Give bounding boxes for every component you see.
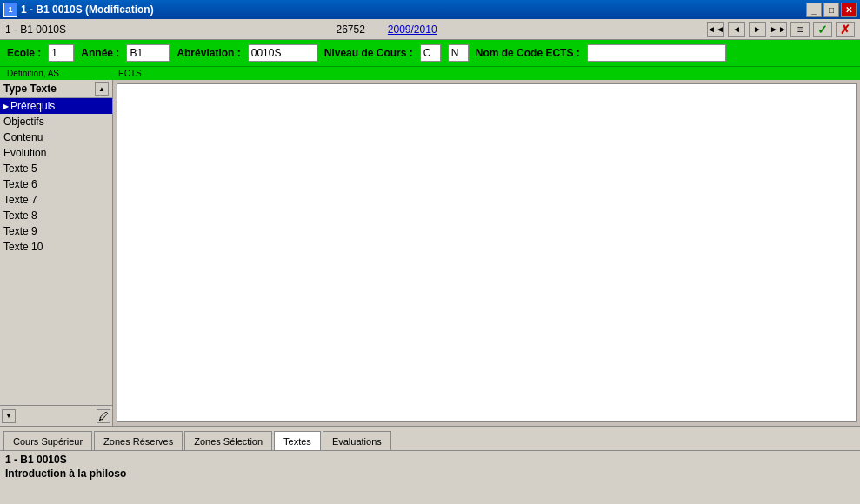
- main-area: Type Texte ▲ Prérequis Objectifs Contenu…: [0, 80, 860, 426]
- minimize-button[interactable]: _: [806, 3, 822, 17]
- menu-record-info: 1 - B1 0010S: [5, 23, 66, 36]
- scroll-up-button[interactable]: ▲: [95, 82, 109, 96]
- niveau-n-input[interactable]: [448, 44, 469, 62]
- tab-zones-reserves[interactable]: Zones Réserves: [94, 431, 183, 450]
- sub-info-left: Définition, AS: [7, 69, 59, 78]
- action-icon-button[interactable]: 🖊: [97, 409, 110, 423]
- abrev-input[interactable]: [248, 44, 317, 62]
- nom-ects-label: Nom de Code ECTS :: [476, 47, 580, 59]
- tab-bar: Cours Supérieur Zones Réserves Zones Sél…: [0, 426, 860, 450]
- restore-button[interactable]: □: [823, 3, 839, 17]
- nom-ects-input[interactable]: [587, 44, 726, 62]
- niveau-c-input[interactable]: [420, 44, 441, 62]
- cancel-button[interactable]: ✗: [836, 22, 855, 37]
- status-line-1: 1 - B1 0010S: [5, 453, 855, 467]
- confirm-button[interactable]: ✓: [813, 22, 832, 37]
- list-item[interactable]: Contenu: [0, 129, 112, 145]
- nav-first-button[interactable]: ◄◄: [707, 22, 724, 37]
- record-number: 26752: [336, 23, 364, 36]
- sub-info-bar: Définition, AS ECTS: [0, 66, 860, 80]
- nav-prev-button[interactable]: ◄: [728, 22, 745, 37]
- menu-extra-button[interactable]: ≡: [790, 22, 810, 37]
- sub-info-right: ECTS: [118, 69, 142, 78]
- list-item[interactable]: Texte 10: [0, 239, 112, 255]
- list-header: Type Texte ▲: [0, 80, 112, 98]
- status-line-2: Introduction à la philoso: [5, 467, 855, 481]
- window-controls: _ □ ✕: [806, 3, 857, 17]
- abrev-label: Abréviation :: [177, 47, 240, 59]
- title-bar: 1 1 - B1 0010S (Modification) _ □ ✕: [0, 0, 860, 19]
- left-panel: Type Texte ▲ Prérequis Objectifs Contenu…: [0, 80, 113, 426]
- list-item[interactable]: Texte 7: [0, 192, 112, 208]
- tab-textes[interactable]: Textes: [274, 431, 321, 450]
- list-item[interactable]: Objectifs: [0, 114, 112, 129]
- title-text: 1 - B1 0010S (Modification): [21, 3, 154, 16]
- year-link[interactable]: 2009/2010: [388, 23, 437, 36]
- list-item[interactable]: Texte 8: [0, 208, 112, 223]
- scroll-down-button[interactable]: ▼: [2, 409, 16, 423]
- list-item[interactable]: Prérequis: [0, 98, 112, 114]
- tab-zones-selection[interactable]: Zones Sélection: [184, 431, 272, 450]
- list-item[interactable]: Evolution: [0, 145, 112, 161]
- ecole-input[interactable]: [48, 44, 74, 62]
- menu-bar: 1 - B1 0010S 26752 2009/2010 ◄◄ ◄ ► ►► ≡…: [0, 19, 860, 40]
- ecole-label: Ecole :: [7, 47, 41, 59]
- tab-evaluations[interactable]: Evaluations: [323, 431, 391, 450]
- list-item[interactable]: Texte 9: [0, 223, 112, 239]
- nav-next-button[interactable]: ►: [749, 22, 766, 37]
- niveau-label: Niveau de Cours :: [324, 47, 413, 59]
- close-button[interactable]: ✕: [841, 3, 857, 17]
- scroll-down-area: ▼ 🖊: [0, 405, 112, 426]
- list-item[interactable]: Texte 5: [0, 161, 112, 176]
- status-bar: 1 - B1 0010S Introduction à la philoso: [0, 450, 860, 483]
- tab-cours-superieur[interactable]: Cours Supérieur: [3, 431, 92, 450]
- text-content-area[interactable]: [117, 83, 857, 422]
- list-items: Prérequis Objectifs Contenu Evolution Te…: [0, 98, 112, 426]
- app-icon: 1: [3, 3, 17, 17]
- form-bar: Ecole : Année : Abréviation : Niveau de …: [0, 40, 860, 66]
- nav-last-button[interactable]: ►►: [770, 22, 787, 37]
- text-editor[interactable]: [117, 84, 856, 421]
- annee-input[interactable]: [126, 44, 170, 62]
- annee-label: Année :: [81, 47, 119, 59]
- list-item[interactable]: Texte 6: [0, 176, 112, 192]
